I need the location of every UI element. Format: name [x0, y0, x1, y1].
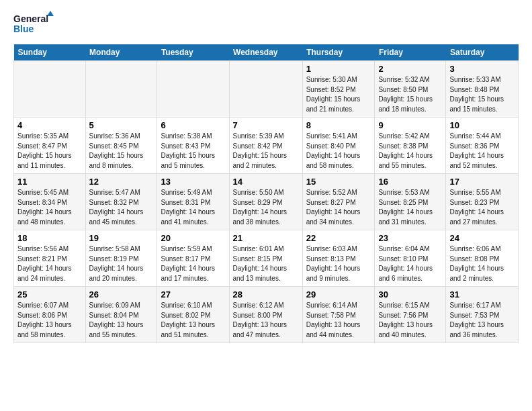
day-header-thursday: Thursday — [302, 44, 375, 61]
calendar-week-row: 1Sunrise: 5:30 AM Sunset: 8:52 PM Daylig… — [14, 61, 519, 118]
calendar-cell: 4Sunrise: 5:35 AM Sunset: 8:47 PM Daylig… — [14, 118, 86, 174]
day-info: Sunrise: 6:10 AM Sunset: 8:02 PM Dayligh… — [161, 301, 225, 340]
calendar-cell: 31Sunrise: 6:17 AM Sunset: 7:53 PM Dayli… — [446, 287, 519, 343]
day-number: 21 — [233, 233, 299, 243]
day-number: 20 — [161, 233, 225, 243]
logo: GeneralBlue — [13, 11, 54, 38]
day-number: 29 — [306, 289, 371, 300]
day-number: 5 — [89, 120, 154, 130]
day-info: Sunrise: 5:44 AM Sunset: 8:36 PM Dayligh… — [449, 132, 515, 171]
day-header-sunday: Sunday — [14, 44, 86, 61]
day-info: Sunrise: 6:06 AM Sunset: 8:08 PM Dayligh… — [449, 244, 515, 283]
calendar-cell: 1Sunrise: 5:30 AM Sunset: 8:52 PM Daylig… — [302, 61, 375, 118]
day-info: Sunrise: 5:35 AM Sunset: 8:47 PM Dayligh… — [17, 132, 82, 171]
day-number: 19 — [89, 233, 154, 243]
calendar-week-row: 25Sunrise: 6:07 AM Sunset: 8:06 PM Dayli… — [14, 287, 519, 343]
day-info: Sunrise: 5:42 AM Sunset: 8:38 PM Dayligh… — [378, 132, 442, 171]
day-info: Sunrise: 6:12 AM Sunset: 8:00 PM Dayligh… — [233, 301, 299, 340]
day-info: Sunrise: 6:14 AM Sunset: 7:58 PM Dayligh… — [306, 301, 371, 340]
day-number: 2 — [378, 64, 442, 74]
day-number: 6 — [161, 120, 225, 130]
calendar-cell: 10Sunrise: 5:44 AM Sunset: 8:36 PM Dayli… — [446, 118, 519, 174]
calendar-cell — [157, 61, 229, 118]
day-info: Sunrise: 6:04 AM Sunset: 8:10 PM Dayligh… — [378, 244, 442, 283]
svg-text:General: General — [13, 13, 48, 24]
day-number: 17 — [449, 177, 515, 187]
calendar-cell: 30Sunrise: 6:15 AM Sunset: 7:56 PM Dayli… — [375, 287, 446, 343]
day-number: 18 — [17, 233, 82, 243]
day-info: Sunrise: 5:52 AM Sunset: 8:27 PM Dayligh… — [306, 188, 371, 227]
calendar-cell: 29Sunrise: 6:14 AM Sunset: 7:58 PM Dayli… — [302, 287, 375, 343]
day-number: 26 — [89, 289, 154, 300]
calendar-cell: 7Sunrise: 5:39 AM Sunset: 8:42 PM Daylig… — [229, 118, 302, 174]
day-header-tuesday: Tuesday — [157, 44, 229, 61]
day-header-monday: Monday — [85, 44, 157, 61]
day-info: Sunrise: 6:03 AM Sunset: 8:13 PM Dayligh… — [306, 244, 371, 283]
header: GeneralBlue — [13, 11, 519, 38]
day-number: 31 — [449, 289, 515, 300]
day-info: Sunrise: 5:45 AM Sunset: 8:34 PM Dayligh… — [17, 188, 82, 227]
calendar-cell: 17Sunrise: 5:55 AM Sunset: 8:23 PM Dayli… — [446, 174, 519, 230]
day-info: Sunrise: 5:59 AM Sunset: 8:17 PM Dayligh… — [161, 244, 225, 283]
calendar-cell: 19Sunrise: 5:58 AM Sunset: 8:19 PM Dayli… — [85, 230, 157, 287]
calendar-cell: 2Sunrise: 5:32 AM Sunset: 8:50 PM Daylig… — [375, 61, 446, 118]
day-number: 15 — [306, 177, 371, 187]
day-info: Sunrise: 6:01 AM Sunset: 8:15 PM Dayligh… — [233, 244, 299, 283]
day-number: 30 — [378, 289, 442, 300]
calendar-cell: 18Sunrise: 5:56 AM Sunset: 8:21 PM Dayli… — [14, 230, 86, 287]
day-number: 11 — [17, 177, 82, 187]
day-number: 22 — [306, 233, 371, 243]
day-info: Sunrise: 5:30 AM Sunset: 8:52 PM Dayligh… — [306, 75, 371, 114]
day-info: Sunrise: 5:50 AM Sunset: 8:29 PM Dayligh… — [233, 188, 299, 227]
day-info: Sunrise: 6:09 AM Sunset: 8:04 PM Dayligh… — [89, 301, 154, 340]
day-info: Sunrise: 5:36 AM Sunset: 8:45 PM Dayligh… — [89, 132, 154, 171]
day-number: 25 — [17, 289, 82, 300]
calendar-cell: 3Sunrise: 5:33 AM Sunset: 8:48 PM Daylig… — [446, 61, 519, 118]
calendar-cell: 13Sunrise: 5:49 AM Sunset: 8:31 PM Dayli… — [157, 174, 229, 230]
day-info: Sunrise: 5:41 AM Sunset: 8:40 PM Dayligh… — [306, 132, 371, 171]
day-number: 4 — [17, 120, 82, 130]
calendar-cell — [14, 61, 86, 118]
calendar-cell: 25Sunrise: 6:07 AM Sunset: 8:06 PM Dayli… — [14, 287, 86, 343]
calendar-cell: 28Sunrise: 6:12 AM Sunset: 8:00 PM Dayli… — [229, 287, 302, 343]
calendar-cell: 8Sunrise: 5:41 AM Sunset: 8:40 PM Daylig… — [302, 118, 375, 174]
day-info: Sunrise: 5:55 AM Sunset: 8:23 PM Dayligh… — [449, 188, 515, 227]
calendar-cell: 5Sunrise: 5:36 AM Sunset: 8:45 PM Daylig… — [85, 118, 157, 174]
day-info: Sunrise: 5:49 AM Sunset: 8:31 PM Dayligh… — [161, 188, 225, 227]
calendar-cell: 16Sunrise: 5:53 AM Sunset: 8:25 PM Dayli… — [375, 174, 446, 230]
day-number: 16 — [378, 177, 442, 187]
calendar-cell: 26Sunrise: 6:09 AM Sunset: 8:04 PM Dayli… — [85, 287, 157, 343]
day-number: 27 — [161, 289, 225, 300]
day-info: Sunrise: 5:38 AM Sunset: 8:43 PM Dayligh… — [161, 132, 225, 171]
calendar-table: SundayMondayTuesdayWednesdayThursdayFrid… — [13, 44, 519, 343]
logo-svg: GeneralBlue — [13, 11, 54, 38]
calendar-cell: 6Sunrise: 5:38 AM Sunset: 8:43 PM Daylig… — [157, 118, 229, 174]
day-number: 9 — [378, 120, 442, 130]
day-number: 14 — [233, 177, 299, 187]
day-header-wednesday: Wednesday — [229, 44, 302, 61]
calendar-cell: 11Sunrise: 5:45 AM Sunset: 8:34 PM Dayli… — [14, 174, 86, 230]
day-info: Sunrise: 5:47 AM Sunset: 8:32 PM Dayligh… — [89, 188, 154, 227]
calendar-cell: 27Sunrise: 6:10 AM Sunset: 8:02 PM Dayli… — [157, 287, 229, 343]
calendar-header-row: SundayMondayTuesdayWednesdayThursdayFrid… — [14, 44, 519, 61]
calendar-cell: 14Sunrise: 5:50 AM Sunset: 8:29 PM Dayli… — [229, 174, 302, 230]
day-number: 24 — [449, 233, 515, 243]
day-number: 8 — [306, 120, 371, 130]
calendar-cell: 15Sunrise: 5:52 AM Sunset: 8:27 PM Dayli… — [302, 174, 375, 230]
day-info: Sunrise: 5:56 AM Sunset: 8:21 PM Dayligh… — [17, 244, 82, 283]
day-number: 23 — [378, 233, 442, 243]
day-info: Sunrise: 6:15 AM Sunset: 7:56 PM Dayligh… — [378, 301, 442, 340]
day-info: Sunrise: 5:39 AM Sunset: 8:42 PM Dayligh… — [233, 132, 299, 171]
day-info: Sunrise: 5:58 AM Sunset: 8:19 PM Dayligh… — [89, 244, 154, 283]
calendar-cell: 9Sunrise: 5:42 AM Sunset: 8:38 PM Daylig… — [375, 118, 446, 174]
day-info: Sunrise: 5:32 AM Sunset: 8:50 PM Dayligh… — [378, 75, 442, 114]
day-info: Sunrise: 6:17 AM Sunset: 7:53 PM Dayligh… — [449, 301, 515, 340]
calendar-cell — [85, 61, 157, 118]
day-header-friday: Friday — [375, 44, 446, 61]
calendar-cell: 22Sunrise: 6:03 AM Sunset: 8:13 PM Dayli… — [302, 230, 375, 287]
calendar-cell: 21Sunrise: 6:01 AM Sunset: 8:15 PM Dayli… — [229, 230, 302, 287]
calendar-cell: 24Sunrise: 6:06 AM Sunset: 8:08 PM Dayli… — [446, 230, 519, 287]
day-number: 28 — [233, 289, 299, 300]
calendar-week-row: 11Sunrise: 5:45 AM Sunset: 8:34 PM Dayli… — [14, 174, 519, 230]
day-number: 7 — [233, 120, 299, 130]
